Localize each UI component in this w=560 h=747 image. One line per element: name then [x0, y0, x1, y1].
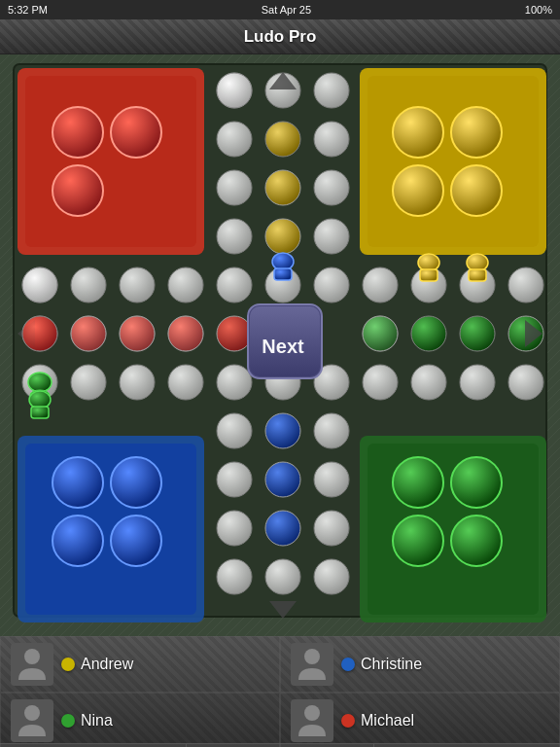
svg-point-108 — [24, 649, 40, 664]
svg-point-70 — [71, 316, 106, 351]
svg-point-71 — [120, 316, 155, 351]
svg-point-44 — [460, 316, 495, 351]
avatar-icon-andrew — [17, 647, 48, 682]
menu-button[interactable]: Menu — [374, 744, 560, 748]
svg-point-82 — [111, 107, 161, 158]
player-slot-andrew: Andrew — [0, 636, 280, 693]
svg-text:Next: Next — [262, 336, 304, 357]
next-button[interactable]: Next — [187, 744, 373, 748]
svg-point-24 — [265, 219, 300, 254]
avatar-icon-christine — [297, 647, 328, 682]
svg-point-92 — [111, 457, 161, 508]
svg-point-86 — [22, 316, 57, 351]
svg-point-52 — [314, 413, 349, 448]
status-day: Sat Apr 25 — [262, 4, 311, 16]
svg-point-96 — [451, 457, 502, 508]
svg-point-91 — [52, 457, 103, 508]
svg-point-43 — [411, 316, 446, 351]
svg-point-72 — [168, 316, 203, 351]
svg-point-20 — [217, 170, 252, 205]
player-name-nina: Nina — [81, 712, 113, 729]
svg-point-110 — [24, 705, 40, 721]
player-name-christine: Christine — [361, 656, 422, 673]
svg-rect-102 — [420, 269, 438, 281]
player-dot-christine — [341, 658, 355, 671]
svg-rect-100 — [274, 268, 292, 280]
player-name-michael: Michael — [361, 712, 414, 729]
svg-point-58 — [314, 511, 349, 546]
ludo-board-svg: Next — [0, 54, 560, 636]
svg-point-94 — [111, 516, 161, 566]
player-slot-christine: Christine — [280, 636, 560, 693]
svg-point-93 — [52, 516, 103, 566]
svg-point-54 — [265, 462, 300, 497]
svg-point-48 — [460, 365, 495, 400]
svg-point-23 — [217, 219, 252, 254]
player-dot-nina — [61, 714, 75, 728]
svg-point-47 — [411, 365, 446, 400]
svg-point-59 — [217, 559, 252, 594]
svg-point-64 — [314, 267, 349, 302]
player-info-andrew: Andrew — [61, 656, 133, 673]
svg-point-107 — [22, 267, 57, 302]
svg-point-50 — [217, 413, 252, 448]
player-info-michael: Michael — [341, 712, 414, 729]
svg-point-57 — [265, 511, 300, 546]
svg-point-28 — [120, 267, 155, 302]
player-dot-michael — [341, 714, 355, 728]
player-name-andrew: Andrew — [81, 656, 133, 673]
svg-point-89 — [393, 165, 443, 216]
svg-point-81 — [52, 107, 103, 158]
svg-point-62 — [217, 267, 252, 302]
svg-point-17 — [217, 122, 252, 157]
avatar-icon-michael — [297, 703, 328, 738]
svg-point-65 — [217, 316, 252, 351]
svg-point-49 — [508, 365, 543, 400]
svg-point-90 — [451, 165, 502, 216]
svg-rect-104 — [469, 269, 486, 281]
svg-point-73 — [363, 316, 398, 351]
svg-point-83 — [52, 165, 103, 216]
svg-point-36 — [120, 365, 155, 400]
player-avatar-michael — [291, 699, 333, 742]
player-avatar-nina — [11, 699, 53, 742]
svg-point-29 — [168, 267, 203, 302]
player-slot-michael: Michael — [280, 693, 560, 747]
svg-point-84 — [28, 373, 52, 392]
status-bar: 5:32 PM Sat Apr 25 100% — [0, 0, 560, 19]
svg-point-51 — [265, 413, 300, 448]
svg-rect-7 — [25, 76, 196, 247]
app-title: Ludo Pro — [244, 27, 317, 47]
svg-point-69 — [217, 73, 252, 108]
svg-point-21 — [265, 170, 300, 205]
status-time: 5:32 PM — [8, 4, 48, 16]
player-slot-nina: Nina — [0, 693, 280, 747]
svg-point-53 — [217, 462, 252, 497]
svg-point-98 — [451, 516, 502, 566]
svg-rect-11 — [25, 444, 196, 615]
svg-point-88 — [451, 107, 502, 158]
svg-point-111 — [304, 705, 320, 721]
svg-point-95 — [393, 457, 443, 508]
svg-point-61 — [314, 559, 349, 594]
svg-point-27 — [71, 267, 106, 302]
undo-button[interactable]: Undo — [0, 744, 187, 748]
svg-point-41 — [508, 267, 543, 302]
svg-point-109 — [304, 649, 320, 664]
player-avatar-andrew — [11, 643, 53, 686]
svg-point-60 — [265, 559, 300, 594]
svg-point-38 — [363, 267, 398, 302]
avatar-icon-nina — [17, 703, 48, 738]
svg-point-19 — [314, 122, 349, 157]
svg-rect-106 — [31, 407, 49, 418]
svg-point-35 — [71, 365, 106, 400]
toolbar: Undo Next Menu — [0, 743, 560, 747]
svg-point-56 — [217, 511, 252, 546]
status-battery: 100% — [525, 4, 552, 16]
svg-point-66 — [217, 365, 252, 400]
svg-point-55 — [314, 462, 349, 497]
svg-point-46 — [363, 365, 398, 400]
player-info-christine: Christine — [341, 656, 422, 673]
player-info-nina: Nina — [61, 712, 113, 729]
svg-rect-9 — [368, 76, 539, 247]
